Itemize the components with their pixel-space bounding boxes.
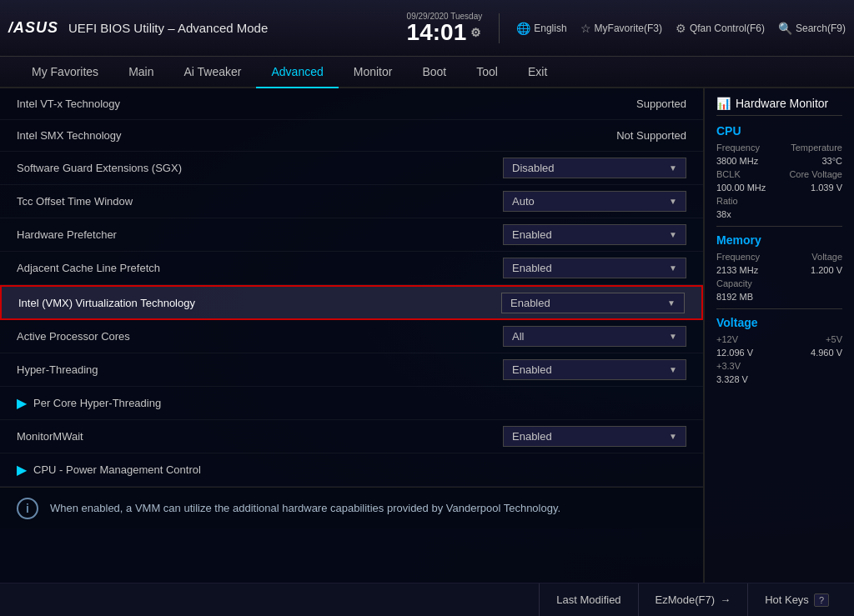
sgx-row: Software Guard Extensions (SGX) Disabled… bbox=[0, 152, 703, 185]
hot-keys-button[interactable]: Hot Keys ? bbox=[747, 583, 846, 616]
per-core-ht-label: Per Core Hyper-Threading bbox=[33, 397, 161, 409]
menu-item-main[interactable]: Main bbox=[113, 57, 168, 88]
adj-cache-value: Enabled bbox=[512, 262, 662, 274]
qfan-control-nav[interactable]: ⚙ Qfan Control(F6) bbox=[676, 22, 765, 35]
cpu-power-row[interactable]: ▶ CPU - Power Management Control bbox=[0, 453, 703, 487]
asus-logo: /ASUS bbox=[8, 19, 58, 37]
header-nav: 🌐 English ☆ MyFavorite(F3) ⚙ Qfan Contro… bbox=[516, 22, 846, 35]
hyper-threading-dropdown[interactable]: Enabled ▼ bbox=[503, 359, 686, 380]
menu-item-boot[interactable]: Boot bbox=[407, 57, 461, 88]
settings-panel: Intel VT-x Technology Supported Intel SM… bbox=[0, 88, 704, 583]
search-nav[interactable]: 🔍 Search(F9) bbox=[778, 22, 846, 35]
cpu-frequency-value-row: 3800 MHz 33°C bbox=[716, 156, 842, 166]
cpu-section-title: CPU bbox=[716, 124, 842, 138]
tcc-label: Tcc Offset Time Window bbox=[17, 195, 503, 208]
tcc-row: Tcc Offset Time Window Auto ▼ bbox=[0, 185, 703, 218]
gear-icon[interactable]: ⚙ bbox=[470, 27, 481, 38]
cpu-bclk-value: 100.00 MHz bbox=[716, 183, 766, 193]
intel-vmx-value: Enabled bbox=[510, 297, 661, 309]
intel-smx-value: Not Supported bbox=[616, 129, 686, 142]
monitor-icon: 📊 bbox=[716, 97, 731, 110]
memory-capacity-value-row: 8192 MB bbox=[716, 292, 842, 302]
memory-capacity-value: 8192 MB bbox=[716, 292, 753, 302]
cpu-core-voltage-value: 1.039 V bbox=[811, 183, 842, 193]
intel-smx-label: Intel SMX Technology bbox=[17, 129, 616, 142]
voltage-section: Voltage +12V +5V 12.096 V 4.960 V +3.3V … bbox=[716, 316, 842, 384]
hyper-threading-arrow-icon: ▼ bbox=[669, 365, 677, 374]
voltage-5v-label: +5V bbox=[826, 334, 842, 344]
last-modified-button[interactable]: Last Modified bbox=[539, 583, 637, 616]
main-content: Intel VT-x Technology Supported Intel SM… bbox=[0, 88, 854, 583]
memory-freq-row: Frequency Voltage bbox=[716, 252, 842, 262]
monitor-mwait-arrow-icon: ▼ bbox=[669, 432, 677, 441]
hw-monitor-panel: 📊 Hardware Monitor CPU Frequency Tempera… bbox=[704, 88, 854, 583]
adj-cache-row: Adjacent Cache Line Prefetch Enabled ▼ bbox=[0, 252, 703, 285]
cpu-ratio-label: Ratio bbox=[716, 196, 738, 206]
per-core-ht-row[interactable]: ▶ Per Core Hyper-Threading bbox=[0, 387, 703, 420]
voltage-33v-row: +3.3V bbox=[716, 361, 842, 371]
menu-item-exit[interactable]: Exit bbox=[513, 57, 562, 88]
menu-item-my-favorites[interactable]: My Favorites bbox=[17, 57, 113, 88]
memory-section: Memory Frequency Voltage 2133 MHz 1.200 … bbox=[716, 233, 842, 302]
fan-icon: ⚙ bbox=[676, 22, 686, 35]
ezmode-arrow-icon: → bbox=[720, 593, 731, 606]
info-text: When enabled, a VMM can utilize the addi… bbox=[50, 502, 560, 514]
hw-prefetcher-label: Hardware Prefetcher bbox=[17, 228, 503, 241]
cpu-ratio-value-row: 38x bbox=[716, 209, 842, 219]
menu-item-tool[interactable]: Tool bbox=[461, 57, 513, 88]
hw-monitor-title: 📊 Hardware Monitor bbox=[716, 97, 842, 116]
voltage-12v-row: +12V +5V bbox=[716, 334, 842, 344]
monitor-mwait-value: Enabled bbox=[512, 430, 662, 443]
hw-prefetcher-arrow-icon: ▼ bbox=[669, 230, 677, 239]
active-proc-arrow-icon: ▼ bbox=[669, 332, 677, 341]
ezmode-label: EzMode(F7) bbox=[656, 593, 716, 606]
intel-vtx-value: Supported bbox=[636, 98, 686, 110]
memory-capacity-label: Capacity bbox=[716, 278, 752, 288]
memory-frequency-label: Frequency bbox=[716, 252, 760, 262]
hyper-threading-row: Hyper-Threading Enabled ▼ bbox=[0, 353, 703, 387]
active-proc-value: All bbox=[512, 330, 662, 343]
menu-item-monitor[interactable]: Monitor bbox=[339, 57, 408, 88]
voltage-33v-value-row: 3.328 V bbox=[716, 374, 842, 384]
tcc-dropdown[interactable]: Auto ▼ bbox=[503, 191, 686, 212]
adj-cache-dropdown[interactable]: Enabled ▼ bbox=[503, 258, 686, 278]
active-proc-dropdown[interactable]: All ▼ bbox=[503, 326, 686, 347]
voltage-12v-value-row: 12.096 V 4.960 V bbox=[716, 348, 842, 358]
cpu-ratio-value: 38x bbox=[716, 209, 731, 219]
search-icon: 🔍 bbox=[778, 22, 792, 35]
voltage-12v-value: 12.096 V bbox=[716, 348, 753, 358]
header: /ASUS UEFI BIOS Utility – Advanced Mode … bbox=[0, 0, 854, 57]
cpu-section: CPU Frequency Temperature 3800 MHz 33°C … bbox=[716, 124, 842, 219]
my-favorite-nav[interactable]: ☆ MyFavorite(F3) bbox=[580, 22, 662, 35]
info-icon: i bbox=[17, 498, 38, 519]
sgx-arrow-icon: ▼ bbox=[669, 163, 677, 173]
hw-prefetcher-dropdown[interactable]: Enabled ▼ bbox=[503, 224, 686, 245]
adj-cache-arrow-icon: ▼ bbox=[669, 263, 677, 273]
hw-prefetcher-row: Hardware Prefetcher Enabled ▼ bbox=[0, 218, 703, 252]
memory-frequency-value: 2133 MHz bbox=[716, 265, 758, 275]
language-selector[interactable]: 🌐 English bbox=[516, 22, 566, 35]
voltage-section-title: Voltage bbox=[716, 316, 842, 329]
cpu-ratio-row: Ratio bbox=[716, 196, 842, 206]
intel-vtx-row: Intel VT-x Technology Supported bbox=[0, 88, 703, 120]
voltage-12v-label: +12V bbox=[716, 334, 738, 344]
menu-item-ai-tweaker[interactable]: Ai Tweaker bbox=[168, 57, 256, 88]
cpu-bclk-label: BCLK bbox=[716, 169, 741, 179]
intel-smx-row: Intel SMX Technology Not Supported bbox=[0, 120, 703, 152]
voltage-33v-value: 3.328 V bbox=[716, 374, 748, 384]
datetime: 09/29/2020 Tuesday 14:01 ⚙ bbox=[407, 12, 483, 44]
sgx-dropdown[interactable]: Disabled ▼ bbox=[503, 158, 686, 178]
ezmode-button[interactable]: EzMode(F7) → bbox=[638, 583, 748, 616]
voltage-33v-label: +3.3V bbox=[716, 361, 741, 371]
cpu-power-arrow-icon: ▶ bbox=[17, 462, 27, 478]
hot-keys-key: ? bbox=[814, 593, 829, 607]
active-proc-label: Active Processor Cores bbox=[17, 330, 503, 343]
menu-item-advanced[interactable]: Advanced bbox=[256, 57, 338, 88]
cpu-frequency-row: Frequency Temperature bbox=[716, 143, 842, 153]
star-icon: ☆ bbox=[580, 22, 591, 35]
menubar: My Favorites Main Ai Tweaker Advanced Mo… bbox=[0, 57, 854, 88]
intel-vmx-dropdown[interactable]: Enabled ▼ bbox=[501, 293, 685, 313]
sgx-label: Software Guard Extensions (SGX) bbox=[17, 162, 503, 174]
monitor-mwait-dropdown[interactable]: Enabled ▼ bbox=[503, 426, 686, 447]
footer: Last Modified EzMode(F7) → Hot Keys ? bbox=[0, 583, 854, 616]
